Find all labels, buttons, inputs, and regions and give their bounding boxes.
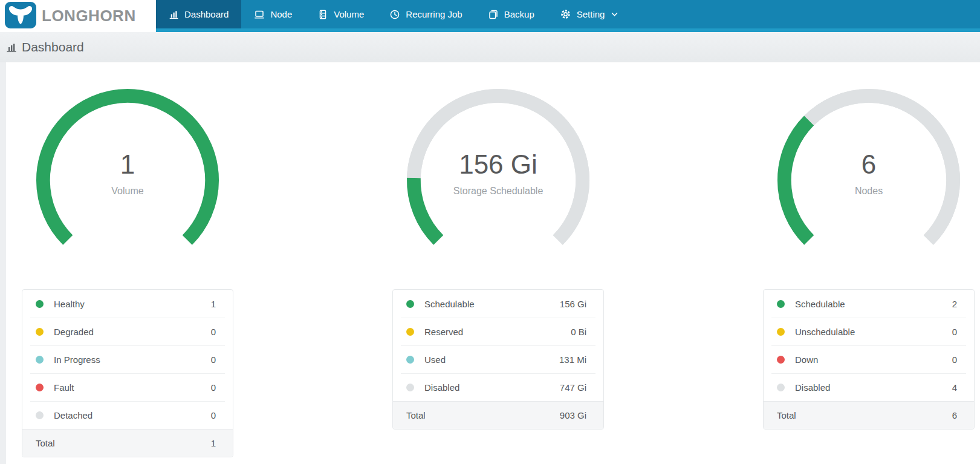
main-area: 1 Volume Healthy1Degraded0In Progress0Fa…	[0, 62, 980, 464]
recurring-job-icon	[389, 9, 400, 20]
legend-row: Used131 Mi	[393, 345, 603, 373]
legend-label: Fault	[54, 382, 211, 393]
backup-icon	[488, 9, 499, 20]
longhorn-logo-icon	[5, 2, 36, 31]
legend-label: Detached	[54, 410, 211, 420]
total-value: 6	[952, 410, 957, 420]
legend-label: Schedulable	[424, 299, 560, 309]
legend-table: Healthy1Degraded0In Progress0Fault0Detac…	[22, 289, 233, 457]
nav-item-label: Dashboard	[184, 9, 229, 19]
legend-row: Fault0	[22, 373, 233, 401]
dashboard-chart-icon	[6, 42, 17, 53]
chevron-down-icon	[611, 12, 618, 17]
total-value: 903 Gi	[560, 410, 586, 420]
legend-row: Unschedulable0	[764, 318, 974, 345]
legend-value: 0	[211, 327, 216, 337]
dashboard-column: 156 Gi Storage Schedulable Schedulable15…	[392, 88, 604, 464]
nav-item-dashboard[interactable]: Dashboard	[156, 0, 241, 28]
legend-row: Disabled4	[764, 373, 974, 401]
legend-row: In Progress0	[22, 345, 233, 373]
nav-item-node[interactable]: Node	[241, 0, 305, 28]
status-dot	[777, 328, 785, 336]
legend-row: Reserved0 Bi	[393, 318, 603, 345]
legend-value: 0	[211, 355, 216, 365]
legend-label: Degraded	[54, 327, 211, 337]
nav-item-label: Volume	[334, 9, 364, 19]
legend-table: Schedulable156 GiReserved0 BiUsed131 MiD…	[392, 289, 604, 430]
legend-label: Healthy	[54, 299, 211, 309]
volume-icon	[317, 9, 328, 20]
brand-name: LONGHORN	[42, 7, 136, 25]
legend-value: 131 Mi	[559, 355, 586, 365]
dashboard-icon	[169, 9, 179, 19]
nav-item-setting[interactable]: Setting	[547, 0, 631, 28]
total-row: Total1	[22, 429, 233, 457]
status-dot	[777, 384, 785, 391]
legend-row: Disabled747 Gi	[393, 373, 603, 401]
total-label: Total	[777, 410, 952, 420]
legend-label: Down	[795, 355, 952, 365]
nav-item-label: Recurring Job	[406, 9, 462, 19]
status-dot	[36, 411, 44, 419]
dashboard-column: 6 Nodes Schedulable2Unschedulable0Down0D…	[763, 88, 975, 464]
legend-value: 2	[952, 299, 957, 309]
status-dot	[36, 356, 44, 364]
nav-item-label: Setting	[577, 9, 605, 19]
legend-value: 0 Bi	[571, 327, 586, 337]
status-dot	[36, 384, 44, 391]
legend-label: Reserved	[424, 327, 571, 337]
dashboard-column: 1 Volume Healthy1Degraded0In Progress0Fa…	[22, 88, 233, 464]
status-dot	[406, 356, 414, 364]
legend-value: 747 Gi	[560, 382, 586, 393]
legend-value: 0	[952, 327, 957, 337]
page-title: Dashboard	[22, 40, 84, 54]
legend-value: 0	[952, 355, 957, 365]
top-bar: LONGHORN Dashboard Node Volume Recurring…	[0, 0, 980, 32]
nav-item-recurring-job[interactable]: Recurring Job	[377, 0, 475, 28]
legend-label: Used	[424, 355, 559, 365]
status-dot	[777, 300, 785, 308]
status-dot	[36, 328, 44, 336]
legend-row: Down0	[764, 345, 974, 373]
legend-table: Schedulable2Unschedulable0Down0Disabled4…	[763, 289, 975, 430]
legend-label: In Progress	[54, 355, 211, 365]
legend-row: Schedulable156 Gi	[393, 290, 603, 318]
legend-value: 156 Gi	[560, 299, 586, 309]
dashboard-card: 1 Volume Healthy1Degraded0In Progress0Fa…	[6, 62, 980, 464]
nav-item-volume[interactable]: Volume	[305, 0, 377, 28]
logo-section[interactable]: LONGHORN	[0, 0, 156, 32]
nav-item-label: Node	[270, 9, 292, 19]
breadcrumb: Dashboard	[0, 32, 980, 62]
legend-value: 0	[211, 410, 216, 420]
legend-row: Schedulable2	[764, 290, 974, 318]
legend-value: 0	[211, 382, 216, 393]
node-icon	[254, 9, 265, 20]
legend-label: Schedulable	[795, 299, 952, 309]
status-dot	[777, 356, 785, 364]
nav-item-backup[interactable]: Backup	[475, 0, 547, 28]
total-row: Total903 Gi	[393, 401, 603, 429]
total-value: 1	[211, 438, 216, 448]
setting-icon	[560, 8, 571, 20]
gauge-chart: 1 Volume	[35, 88, 220, 273]
nav-item-label: Backup	[504, 9, 534, 19]
status-dot	[406, 328, 414, 336]
gauge-chart: 156 Gi Storage Schedulable	[406, 88, 591, 273]
status-dot	[406, 300, 414, 308]
legend-label: Disabled	[424, 382, 560, 393]
legend-label: Disabled	[795, 382, 952, 393]
legend-value: 4	[952, 382, 957, 393]
main-nav: Dashboard Node Volume Recurring Job Back…	[156, 0, 980, 32]
total-row: Total6	[764, 401, 974, 429]
status-dot	[406, 384, 414, 391]
legend-row: Healthy1	[22, 290, 233, 318]
status-dot	[36, 300, 44, 308]
legend-row: Detached0	[22, 401, 233, 429]
gauge-chart: 6 Nodes	[776, 88, 961, 273]
legend-value: 1	[211, 299, 216, 309]
legend-label: Unschedulable	[795, 327, 952, 337]
legend-row: Degraded0	[22, 318, 233, 345]
total-label: Total	[406, 410, 560, 420]
total-label: Total	[36, 438, 211, 448]
